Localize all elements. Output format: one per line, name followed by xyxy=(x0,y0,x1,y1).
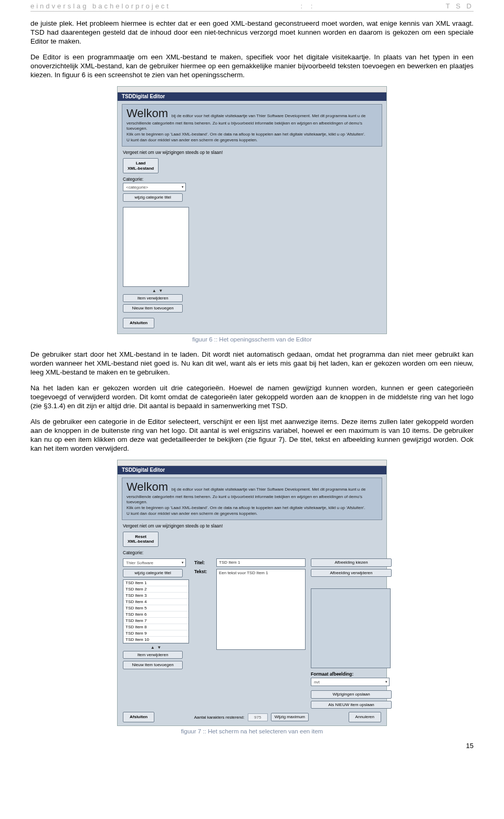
shot2-system-menubar xyxy=(118,460,386,466)
shot2-welkom-panel: Welkom bij de editor voor het digitale v… xyxy=(122,478,382,520)
welkom-line4: U kunt dan door middel van ander een sch… xyxy=(127,138,377,143)
paragraph-3: De gebruiker start door het XML-bestand … xyxy=(30,350,474,377)
chevron-down-icon: ▾ xyxy=(182,561,184,565)
welkom-heading: Welkom xyxy=(127,480,168,493)
shot2-item-verwijderen-button[interactable]: Item verwijderen xyxy=(123,651,183,659)
welkom-line3: Klik om te beginnen op 'Laad XML-bestand… xyxy=(127,505,377,511)
shot2-tip-text: Vergeet niet om uw wijzigingen steeds op… xyxy=(123,523,381,528)
shot2-category-label: Categorie: xyxy=(123,550,381,555)
afbeelding-kiezen-button[interactable]: Afbeelding kiezen xyxy=(311,558,392,567)
titel-label: Titel: xyxy=(194,560,213,565)
shot1-reorder-arrows[interactable]: ▲ ▼ xyxy=(123,288,192,293)
karakters-value: 975 xyxy=(248,713,268,721)
formaat-combo[interactable]: nvt ▾ xyxy=(311,678,390,686)
header-right: T S D xyxy=(446,2,474,10)
header-divider xyxy=(30,11,474,12)
shot1-items-listbox[interactable] xyxy=(123,207,189,287)
list-item[interactable]: TSD Item 3 xyxy=(123,593,188,599)
wijzig-maximum-button[interactable]: Wijzig maximum xyxy=(271,713,309,721)
reset-xml-button[interactable]: Reset XML-bestand xyxy=(123,532,159,547)
list-item[interactable]: TSD Item 4 xyxy=(123,599,188,605)
figure-6-caption: figuur 6 :: Het openingsscherm van de Ed… xyxy=(30,336,474,343)
shot1-wijzig-categorie-button[interactable]: wijzig categorie titel xyxy=(123,193,183,202)
list-item[interactable]: TSD Item 10 xyxy=(123,637,188,643)
afbeelding-verwijderen-button[interactable]: Afbeelding verwijderen xyxy=(311,569,392,577)
shot1-system-menubar xyxy=(118,87,386,92)
paragraph-5: Als de gebruiker een categorie in de Edi… xyxy=(30,417,474,453)
combo-value: nvt xyxy=(314,680,320,685)
laad-line1: Laad xyxy=(136,161,146,165)
shot2-reorder-arrows[interactable]: ▲ ▼ xyxy=(123,645,189,650)
tekst-textarea[interactable]: Een tekst voor TSD Item 1 xyxy=(216,569,306,650)
shot2-app-titlebar: TSDDigital Editor xyxy=(118,466,386,474)
shot1-item-verwijderen-button[interactable]: Item verwijderen xyxy=(123,294,183,303)
figure-6-screenshot: TSDDigital Editor Welkom bij de editor v… xyxy=(117,86,387,334)
figure-7-screenshot: TSDDigital Editor Welkom bij de editor v… xyxy=(117,460,387,726)
shot1-nieuw-item-button[interactable]: Nieuw item toevoegen xyxy=(123,304,183,313)
shot2-category-combo[interactable]: Thier Software ▾ xyxy=(123,558,186,567)
shot1-tip-text: Vergeet niet om uw wijzigingen steeds op… xyxy=(123,150,381,155)
annuleren-button[interactable]: Annuleren xyxy=(349,712,381,722)
list-item[interactable]: TSD Item 7 xyxy=(123,618,188,624)
paragraph-1: de juiste plek. Het probleem hiermee is … xyxy=(30,19,474,46)
paragraph-4: Na het laden kan er gekozen worden uit d… xyxy=(30,383,474,410)
combo-value: Thier Software xyxy=(126,561,153,565)
list-item[interactable]: TSD Item 8 xyxy=(123,624,188,630)
karakters-label: Aantal karakters resterend: xyxy=(194,715,245,720)
formaat-label: Formaat afbeelding: xyxy=(311,671,392,677)
wijzigingen-opslaan-button[interactable]: Wijzigingen opslaan xyxy=(311,690,392,699)
laad-xml-button[interactable]: Laad XML-bestand xyxy=(123,158,159,173)
laad-line2: XML-bestand xyxy=(128,166,154,171)
shot1-app-titlebar: TSDDigital Editor xyxy=(118,92,386,101)
welkom-subline: bij de editor voor het digitale visiteka… xyxy=(172,487,366,492)
list-item[interactable]: TSD Item 1 xyxy=(123,580,188,586)
shot1-afsluiten-button[interactable]: Afsluiten xyxy=(123,318,154,328)
chevron-down-icon: ▾ xyxy=(182,185,184,189)
shot2-items-listbox[interactable]: TSD Item 1 TSD Item 2 TSD Item 3 TSD Ite… xyxy=(123,579,189,644)
shot1-category-label: Categorie: xyxy=(123,177,381,182)
header-left: eindverslag bachelorproject xyxy=(30,2,171,10)
header-mid: : : xyxy=(301,2,316,10)
figure-7-caption: figuur 7 :: Het scherm na het selecteren… xyxy=(30,728,474,734)
titel-input[interactable]: TSD Item 1 xyxy=(216,558,306,567)
shot2-wijzig-categorie-button[interactable]: wijzig categorie titel xyxy=(123,569,183,577)
page-number: 15 xyxy=(30,742,474,750)
als-nieuw-opslaan-button[interactable]: Als NIEUW item opslaan xyxy=(311,701,392,709)
paragraph-2: De Editor is een programmaatje om een XM… xyxy=(30,53,474,79)
chevron-down-icon: ▾ xyxy=(385,680,387,684)
welkom-line2: verschillende categorieën met items behe… xyxy=(127,121,377,131)
list-item[interactable]: TSD Item 5 xyxy=(123,605,188,611)
welkom-subline: bij de editor voor het digitale visiteka… xyxy=(172,113,366,118)
combo-value: <categorie> xyxy=(126,185,148,190)
page-header: eindverslag bachelorproject : : T S D xyxy=(30,0,474,11)
tekst-label: Tekst: xyxy=(194,569,213,574)
welkom-heading: Welkom xyxy=(127,107,168,120)
welkom-line4: U kunt dan door middel van ander een sch… xyxy=(127,511,377,516)
reset-line1: Reset xyxy=(135,534,146,539)
shot1-category-combo[interactable]: <categorie> ▾ xyxy=(123,183,186,191)
list-item[interactable]: TSD Item 6 xyxy=(123,611,188,618)
shot2-afsluiten-button[interactable]: Afsluiten xyxy=(123,712,154,722)
list-item[interactable]: TSD Item 2 xyxy=(123,586,188,593)
welkom-line2: verschillende categorieën met items behe… xyxy=(127,494,377,505)
shot1-welkom-panel: Welkom bij de editor voor het digitale v… xyxy=(122,104,382,147)
afbeelding-preview xyxy=(311,588,391,668)
list-item[interactable]: TSD Item 9 xyxy=(123,630,188,637)
reset-line2: XML-bestand xyxy=(128,539,154,544)
welkom-line3: Klik om te beginnen op 'Laad XML-bestand… xyxy=(127,132,377,137)
shot2-nieuw-item-button[interactable]: Nieuw item toevoegen xyxy=(123,661,183,669)
